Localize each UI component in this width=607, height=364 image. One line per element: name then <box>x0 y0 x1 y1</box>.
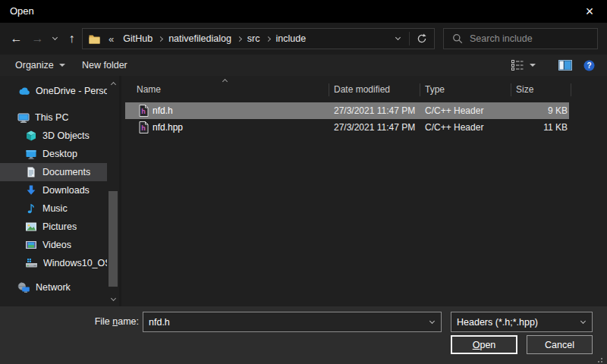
folder-icon <box>89 34 100 44</box>
sidebar-item-label: Downloads <box>42 185 90 196</box>
column-divider[interactable] <box>420 83 420 96</box>
sidebar-item-downloads[interactable]: Downloads <box>0 181 107 199</box>
videos-icon <box>25 239 37 251</box>
file-date-modified: 27/3/2021 11:47 PM <box>334 102 415 119</box>
breadcrumb-separator-icon[interactable] <box>237 36 242 41</box>
network-icon <box>17 281 30 293</box>
resize-grip[interactable] <box>601 358 602 359</box>
file-type-dropdown-button[interactable] <box>574 322 592 323</box>
column-divider[interactable] <box>571 83 571 96</box>
forward-arrow-icon: → <box>32 32 44 46</box>
sidebar-item-music[interactable]: Music <box>0 199 107 218</box>
sidebar-item-videos[interactable]: Videos <box>0 236 107 254</box>
search-input[interactable] <box>470 33 597 44</box>
help-icon: ? <box>583 60 595 71</box>
chevron-down-icon <box>52 35 57 40</box>
sidebar-item-label: This PC <box>35 112 68 123</box>
file-name-dropdown-button[interactable] <box>423 322 441 323</box>
file-name-combobox[interactable] <box>143 312 442 332</box>
back-button[interactable]: ← <box>6 23 27 55</box>
file-list: Name Date modified Type Size h <box>121 76 607 306</box>
file-name-label: File name: <box>0 312 139 332</box>
close-icon: × <box>586 4 594 20</box>
close-button[interactable]: × <box>572 0 607 23</box>
sidebar-item-windows-drive[interactable]: Windows10_OS ( <box>0 254 107 272</box>
file-size: 9 KB <box>511 102 568 119</box>
refresh-icon <box>417 33 427 44</box>
caret-down-icon <box>59 64 65 67</box>
breadcrumb-overflow-button[interactable]: « <box>105 33 118 45</box>
file-type-value: Headers (*.h;*.hpp) <box>457 317 538 328</box>
sidebar-item-documents[interactable]: Documents <box>0 163 107 181</box>
breadcrumb-separator-icon[interactable] <box>265 36 270 41</box>
sidebar-item-label: Documents <box>42 167 90 177</box>
file-size: 11 KB <box>511 119 568 136</box>
dialog-footer: File name: Headers (*.h;*.hpp) Open Canc… <box>0 306 607 364</box>
details-view-icon <box>511 60 524 71</box>
sidebar-item-onedrive[interactable]: OneDrive - Persor <box>0 82 107 100</box>
sidebar-item-label: Network <box>36 282 71 293</box>
sidebar-scrollbar[interactable] <box>107 76 119 306</box>
file-type-select[interactable]: Headers (*.h;*.hpp) <box>451 312 593 332</box>
refresh-button[interactable] <box>410 29 434 49</box>
svg-text:h: h <box>141 124 146 132</box>
cancel-button[interactable]: Cancel <box>527 335 593 354</box>
breadcrumb-item[interactable]: src <box>242 33 266 44</box>
search-box[interactable] <box>443 28 598 49</box>
header-file-icon: h <box>139 121 149 133</box>
column-header-date-modified[interactable]: Date modified <box>334 79 390 100</box>
chevron-up-icon <box>110 81 115 86</box>
open-file-dialog: Open × ← → ↑ « GitHub na <box>0 0 607 364</box>
column-divider[interactable] <box>329 83 329 96</box>
title-bar: Open × <box>0 0 607 23</box>
sidebar-item-3d-objects[interactable]: 3D Objects <box>0 127 107 145</box>
column-headers: Name Date modified Type Size <box>121 79 607 100</box>
chevron-down-icon <box>580 318 585 323</box>
svg-text:?: ? <box>587 61 591 70</box>
file-name-input[interactable] <box>143 317 423 328</box>
sidebar-item-this-pc[interactable]: This PC <box>0 108 107 127</box>
sidebar-item-label: OneDrive - Persor <box>36 86 107 96</box>
address-bar[interactable]: « GitHub nativefiledialog src include <box>82 28 435 49</box>
column-divider[interactable] <box>511 83 511 96</box>
breadcrumb-item[interactable]: nativefiledialog <box>163 33 237 44</box>
breadcrumb-item[interactable]: include <box>271 33 312 44</box>
preview-pane-button[interactable] <box>552 55 578 76</box>
file-type: C/C++ Header <box>425 102 483 119</box>
forward-button[interactable]: → <box>27 23 48 55</box>
header-file-icon: h <box>139 105 149 117</box>
onedrive-icon <box>17 85 30 97</box>
new-folder-label: New folder <box>82 60 127 71</box>
breadcrumb-item[interactable]: GitHub <box>118 33 158 44</box>
preview-pane-icon <box>558 60 572 71</box>
sidebar-item-label: Windows10_OS ( <box>43 258 107 268</box>
file-row-nfd-hpp[interactable]: h nfd.hpp 27/3/2021 11:47 PM C/C++ Heade… <box>121 119 607 136</box>
open-button-accelerator: O <box>473 340 480 350</box>
open-button[interactable]: Open <box>451 335 517 354</box>
new-folder-button[interactable]: New folder <box>76 55 134 76</box>
column-header-type[interactable]: Type <box>425 79 445 100</box>
file-name: nfd.hpp <box>153 119 183 136</box>
sidebar-item-network[interactable]: Network <box>0 278 107 297</box>
sidebar-item-desktop[interactable]: Desktop <box>0 145 107 163</box>
breadcrumb-separator-icon[interactable] <box>158 36 163 41</box>
file-row-nfd-h[interactable]: h nfd.h 27/3/2021 11:47 PM C/C++ Header … <box>121 102 607 119</box>
column-header-name[interactable]: Name <box>137 79 161 100</box>
svg-text:h: h <box>141 108 146 115</box>
downloads-icon <box>25 184 37 196</box>
address-bar-controls <box>386 29 434 49</box>
cancel-button-text: Cancel <box>545 340 574 350</box>
sidebar-item-pictures[interactable]: Pictures <box>0 218 107 236</box>
drive-icon <box>25 257 38 269</box>
scrollbar-thumb[interactable] <box>109 191 118 287</box>
help-button[interactable]: ? <box>577 55 601 76</box>
column-header-size[interactable]: Size <box>516 79 533 100</box>
up-button[interactable]: ↑ <box>61 23 82 55</box>
scroll-down-button[interactable] <box>107 294 119 304</box>
recent-locations-button[interactable] <box>48 23 61 55</box>
address-dropdown-button[interactable] <box>386 29 409 49</box>
scroll-up-button[interactable] <box>107 78 119 88</box>
up-arrow-icon: ↑ <box>69 32 75 46</box>
organize-button[interactable]: Organize <box>9 55 71 76</box>
change-view-button[interactable] <box>505 55 542 76</box>
